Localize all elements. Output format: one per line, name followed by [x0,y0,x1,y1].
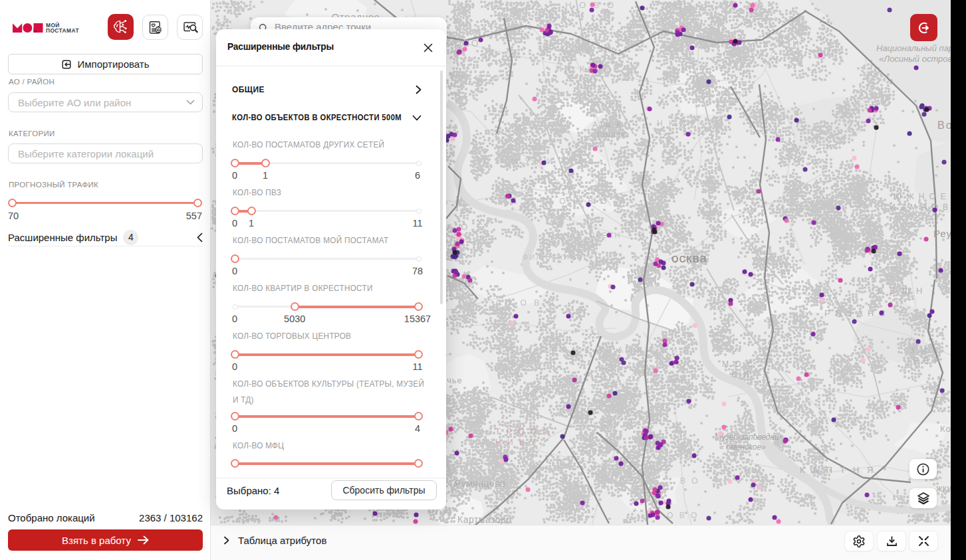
svg-text:Р Я З А Н С: Р Я З А Н С [824,308,886,318]
svg-text:Музей-заповедник: Музей-заповедник [715,432,784,442]
svg-text:Румянцево: Румянцево [455,478,505,489]
svg-text:жкин: жкин [936,483,951,494]
svg-text:«Лосиный остров»: «Лосиный остров» [879,54,951,64]
svg-text:Р О Ш В О: Р О Ш В О [546,197,610,206]
svg-text:ФИЛ ВСКИЙ П: ФИЛ ВСКИЙ П [523,253,587,261]
svg-text:« оменское»: « оменское» [719,442,766,452]
svg-text:Реут: Реут [933,228,951,239]
svg-text:К А П Т Н Я: К А П Т Н Я [800,465,876,475]
svg-text:Н И К У: Н И К У [495,438,537,447]
svg-text:Ю Ж Н О Е: Ю Ж Н О Е [894,192,947,201]
svg-text:Л К О В О: Л К О В О [495,298,556,308]
svg-text:Б О: Б О [750,128,770,137]
svg-text:А им. К.: А им. К. [592,120,624,130]
svg-text:Х И: Х И [911,346,928,355]
svg-text:Тимиряз: Тимиряз [596,130,630,140]
svg-text:С Я: С Я [731,370,751,379]
svg-text:И З М А О В О: И З М А О В О [890,203,951,212]
svg-text:чье: чье [447,375,463,385]
svg-text:Н О В О: Н О В О [655,511,699,520]
svg-text:Картмазово: Картмазово [457,514,511,525]
svg-text:Вос: Вос [937,120,951,131]
svg-text:Щ У К И: Щ У К И [511,157,555,166]
svg-text:В О: В О [680,476,700,486]
svg-text:ГА АР Н С К И Й: ГА АР Н С К И Й [600,345,691,355]
svg-text:М О С: М О С [722,359,755,369]
svg-text:Ч Е Р: Ч Е Р [590,421,621,430]
svg-text:ПРЕСН: ПРЕСН [589,231,621,239]
svg-text:Т Ш О: Т Ш О [460,74,503,83]
svg-text:осква: осква [671,251,707,265]
svg-text:Национальный пар: Национальный пар [876,43,951,53]
svg-text:Кот: Кот [940,424,951,434]
svg-text:Е Б И: Е Б И [913,356,941,365]
svg-text:Т Р О П А: Т Р О П А [495,427,550,436]
svg-text:Н К И: Н К И [657,119,687,128]
svg-text:К И Й: К И Й [763,39,802,48]
svg-text:В Е Ш Н: В Е Ш Н [878,286,924,296]
svg-text:ПОСТАМАТ: ПОСТАМАТ [46,27,79,33]
